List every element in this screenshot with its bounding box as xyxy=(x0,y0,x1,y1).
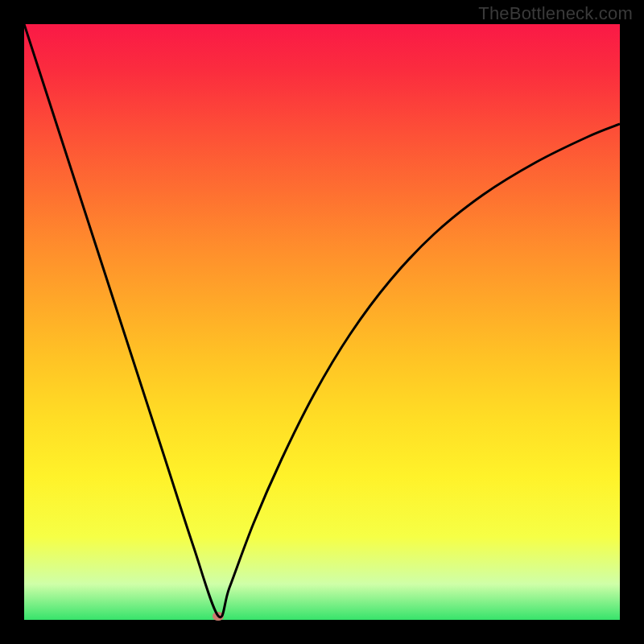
chart-container: TheBottleneck.com xyxy=(0,0,644,644)
curve-path xyxy=(24,24,620,617)
curve-svg xyxy=(24,24,620,620)
watermark-text: TheBottleneck.com xyxy=(478,3,633,24)
plot-area xyxy=(24,24,620,620)
